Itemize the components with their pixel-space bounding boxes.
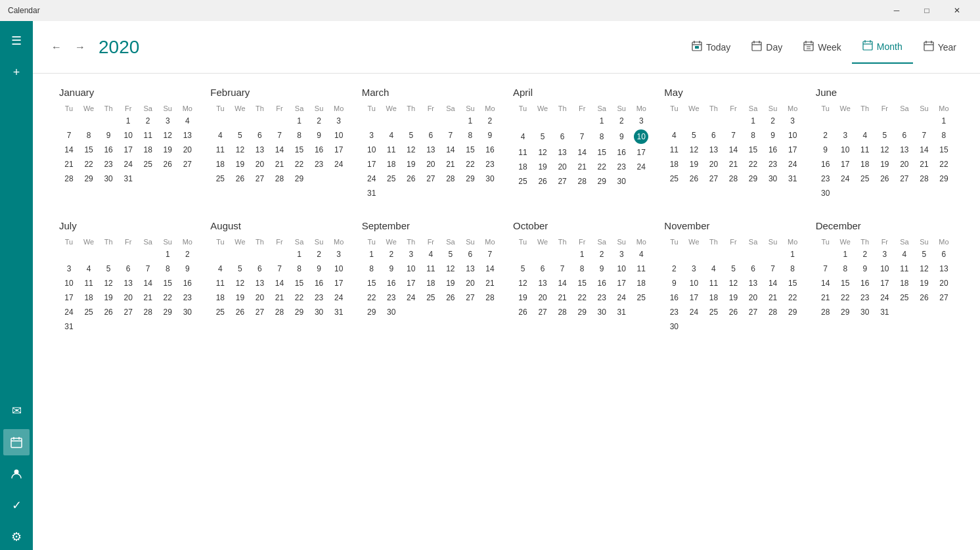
calendar-day[interactable]: 24	[783, 157, 803, 172]
calendar-day[interactable]: 18	[382, 157, 401, 172]
calendar-day[interactable]: 26	[914, 290, 934, 305]
calendar-day[interactable]: 24	[59, 305, 79, 319]
calendar-day[interactable]: 1	[290, 247, 309, 262]
calendar-day[interactable]: 16	[855, 276, 875, 290]
calendar-day[interactable]: 17	[835, 157, 855, 172]
calendar-day[interactable]: 4	[895, 247, 914, 262]
calendar-day[interactable]: 9	[612, 128, 631, 145]
calendar-day[interactable]: 29	[934, 172, 954, 186]
calendar-day[interactable]: 21	[914, 157, 934, 172]
calendar-day[interactable]: 9	[855, 262, 875, 276]
calendar-day[interactable]: 30	[763, 172, 783, 186]
calendar-day[interactable]: 14	[723, 143, 743, 157]
calendar-day[interactable]: 23	[309, 157, 329, 172]
calendar-day[interactable]: 4	[631, 247, 651, 262]
calendar-day[interactable]: 26	[875, 172, 895, 186]
calendar-day[interactable]: 16	[763, 143, 783, 157]
calendar-day[interactable]: 15	[79, 143, 99, 157]
calendar-day[interactable]: 29	[744, 172, 763, 186]
calendar-day[interactable]: 2	[816, 128, 835, 143]
calendar-day[interactable]: 8	[460, 128, 480, 143]
calendar-day[interactable]: 2	[664, 262, 684, 276]
calendar-day[interactable]: 4	[210, 262, 230, 276]
calendar-day[interactable]: 22	[592, 160, 612, 174]
tab-week[interactable]: Week	[793, 31, 852, 64]
sidebar-menu-button[interactable]: ☰	[3, 28, 30, 54]
calendar-day[interactable]: 3	[875, 247, 895, 262]
calendar-day[interactable]: 21	[572, 160, 592, 174]
calendar-day[interactable]: 27	[118, 305, 138, 319]
tab-day[interactable]: Day	[741, 31, 793, 64]
calendar-day[interactable]: 10	[59, 276, 79, 290]
calendar-day[interactable]: 16	[816, 157, 835, 172]
next-button[interactable]: →	[70, 37, 91, 58]
calendar-day[interactable]: 19	[723, 290, 743, 305]
calendar-day[interactable]: 9	[763, 128, 783, 143]
calendar-day[interactable]: 27	[895, 172, 914, 186]
calendar-day[interactable]: 17	[783, 143, 803, 157]
calendar-day[interactable]: 25	[138, 157, 158, 172]
calendar-day[interactable]: 10	[875, 262, 895, 276]
calendar-day[interactable]: 27	[934, 290, 954, 305]
calendar-day[interactable]: 25	[210, 305, 230, 319]
calendar-day[interactable]: 15	[572, 276, 592, 290]
calendar-day[interactable]: 19	[99, 290, 118, 305]
calendar-day[interactable]: 23	[177, 290, 197, 305]
calendar-day[interactable]: 22	[783, 290, 803, 305]
calendar-day[interactable]: 25	[513, 174, 533, 189]
calendar-day[interactable]: 29	[158, 305, 177, 319]
calendar-day[interactable]: 17	[362, 157, 382, 172]
calendar-day[interactable]: 12	[513, 276, 533, 290]
calendar-day[interactable]: 15	[290, 276, 309, 290]
calendar-day[interactable]: 19	[158, 143, 177, 157]
calendar-day[interactable]: 18	[210, 290, 230, 305]
calendar-day[interactable]: 12	[533, 145, 552, 160]
calendar-day[interactable]: 15	[934, 143, 954, 157]
calendar-day[interactable]: 17	[329, 276, 349, 290]
calendar-day[interactable]: 23	[816, 172, 835, 186]
calendar-day[interactable]: 10	[835, 143, 855, 157]
calendar-day[interactable]: 4	[210, 128, 230, 143]
calendar-day[interactable]: 16	[309, 143, 329, 157]
calendar-day[interactable]: 14	[480, 262, 500, 276]
calendar-day[interactable]: 13	[250, 143, 269, 157]
calendar-day[interactable]: 15	[460, 143, 480, 157]
calendar-day[interactable]: 9	[99, 128, 118, 143]
calendar-day[interactable]: 9	[309, 262, 329, 276]
calendar-day[interactable]: 3	[329, 114, 349, 128]
calendar-day[interactable]: 17	[684, 290, 703, 305]
calendar-day[interactable]: 11	[421, 262, 441, 276]
calendar-day[interactable]: 11	[895, 262, 914, 276]
calendar-day[interactable]: 22	[744, 157, 763, 172]
calendar-day[interactable]: 19	[401, 157, 421, 172]
calendar-day[interactable]: 1	[362, 247, 382, 262]
calendar-day[interactable]: 2	[480, 114, 500, 128]
calendar-day[interactable]: 3	[612, 247, 631, 262]
calendar-day[interactable]: 22	[572, 290, 592, 305]
calendar-day[interactable]: 6	[744, 262, 763, 276]
calendar-day[interactable]: 31	[59, 319, 79, 334]
calendar-day[interactable]: 24	[401, 290, 421, 305]
calendar-day[interactable]: 25	[210, 172, 230, 186]
calendar-day[interactable]: 1	[158, 247, 177, 262]
calendar-day[interactable]: 21	[763, 290, 783, 305]
sidebar-mail-button[interactable]: ✉	[3, 398, 30, 424]
calendar-day[interactable]: 30	[592, 305, 612, 319]
calendar-day[interactable]: 29	[290, 172, 309, 186]
calendar-day[interactable]: 2	[382, 247, 401, 262]
calendar-day[interactable]: 6	[703, 128, 723, 143]
calendar-day[interactable]: 15	[835, 276, 855, 290]
calendar-day[interactable]: 6	[118, 262, 138, 276]
calendar-day[interactable]: 29	[79, 172, 99, 186]
calendar-day[interactable]: 13	[703, 143, 723, 157]
calendar-day[interactable]: 25	[382, 172, 401, 186]
calendar-day[interactable]: 14	[914, 143, 934, 157]
calendar-day[interactable]: 20	[118, 290, 138, 305]
calendar-day[interactable]: 26	[401, 172, 421, 186]
calendar-day[interactable]: 19	[914, 276, 934, 290]
calendar-day[interactable]: 12	[99, 276, 118, 290]
maximize-button[interactable]: □	[912, 0, 942, 21]
calendar-day[interactable]: 13	[533, 276, 552, 290]
calendar-day[interactable]: 20	[533, 290, 552, 305]
calendar-day[interactable]: 18	[138, 143, 158, 157]
